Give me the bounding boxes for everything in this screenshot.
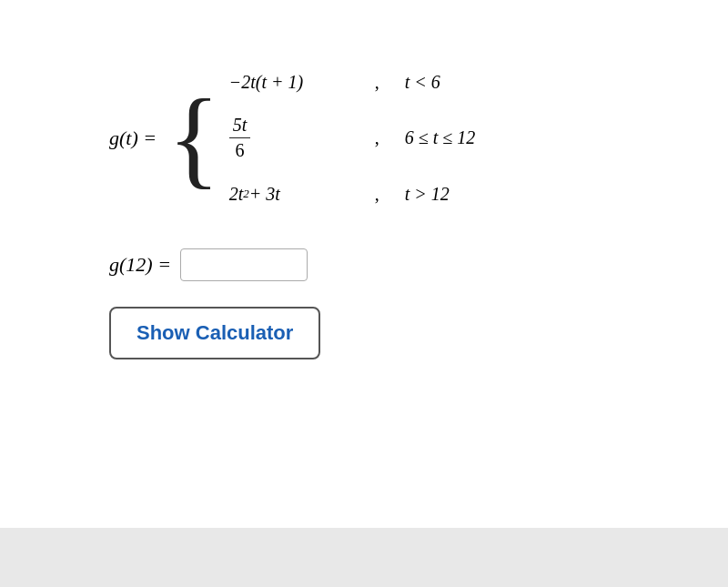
case1-expr: −2t(t + 1) [229, 72, 375, 93]
case1-condition: t < 6 [405, 72, 440, 93]
brace-container: { −2t(t + 1) , t < 6 5t 6 [167, 55, 475, 221]
case-row-1: −2t(t + 1) , t < 6 [229, 55, 476, 109]
cases: −2t(t + 1) , t < 6 5t 6 , 6 ≤ t ≤ 12 [229, 55, 476, 221]
case3-comma: , [375, 184, 379, 205]
case3-expr: 2t2 + 3t [229, 184, 375, 205]
fraction-numerator: 5t [229, 115, 251, 138]
answer-label: g(12) = [109, 253, 171, 277]
bottom-bar [0, 528, 728, 587]
show-calculator-button[interactable]: Show Calculator [109, 307, 320, 359]
main-content: g(t) = { −2t(t + 1) , t < 6 5t [0, 0, 728, 528]
answer-row: g(12) = [109, 248, 673, 281]
case1-comma: , [375, 72, 379, 93]
case2-comma: , [375, 127, 379, 148]
case-row-3: 2t2 + 3t , t > 12 [229, 167, 476, 221]
piecewise-function: g(t) = { −2t(t + 1) , t < 6 5t [109, 55, 673, 221]
fraction-denominator: 6 [232, 138, 248, 161]
fraction: 5t 6 [229, 115, 251, 161]
case3-condition: t > 12 [405, 184, 450, 205]
case2-expr: 5t 6 [229, 115, 375, 161]
case-row-2: 5t 6 , 6 ≤ t ≤ 12 [229, 109, 476, 167]
left-brace: { [167, 55, 220, 221]
function-label: g(t) = [109, 127, 157, 150]
case2-condition: 6 ≤ t ≤ 12 [405, 127, 476, 148]
answer-input[interactable] [180, 248, 308, 281]
